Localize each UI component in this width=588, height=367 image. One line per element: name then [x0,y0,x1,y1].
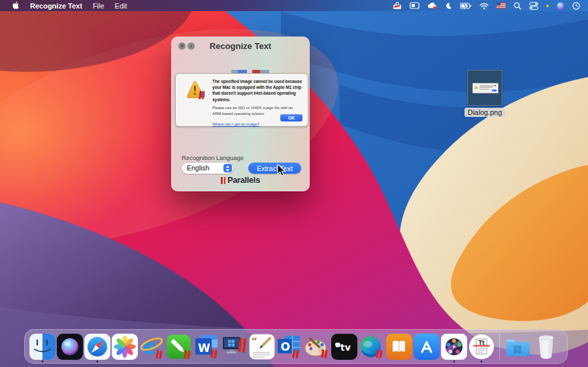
language-select[interactable]: English [182,163,233,174]
extract-text-button[interactable]: Extract Text [248,163,301,174]
dock-movie-capture-icon[interactable] [440,330,468,363]
running-indicator [481,360,483,362]
svg-text:W: W [198,342,210,355]
dock: e W “ O tv Tt [24,329,568,364]
mouse-cursor [277,164,286,179]
siri-icon[interactable] [557,2,564,10]
dock-recognize-text-icon[interactable]: Tt [468,330,495,363]
dock-word-parallels-icon[interactable]: W [193,330,221,363]
svg-text:e: e [142,334,156,359]
running-indicator [42,360,44,362]
apple-logo-icon [12,1,20,10]
alert-title: The specified image cannot be used becau… [212,78,308,103]
dock-windows-folder-icon[interactable] [504,330,531,363]
dock-outlook-parallels-icon[interactable]: O [276,330,303,363]
parallels-toolbox-icon[interactable] [393,2,402,10]
recognition-language-label: Recognition Language [182,154,244,161]
file-label: Dialog.png [465,108,506,117]
svg-text:“: “ [252,336,257,347]
window-title: Recognize Text [171,41,310,51]
image-ok-button: OK [280,114,302,121]
desktop-file-dialog-png[interactable]: Dialog.png [461,70,509,118]
dock-paint-parallels-icon[interactable] [303,330,331,363]
dock-app-store-icon[interactable] [413,330,440,363]
parallels-logo: Parallels [171,176,310,185]
language-selected-value: English [187,163,209,174]
dock-finder-icon[interactable] [29,330,56,363]
menu-item-file[interactable]: File [93,2,105,10]
svg-text:Tt: Tt [479,340,485,345]
apple-menu[interactable] [12,1,20,11]
dock-textedit-icon[interactable]: “ [248,330,276,363]
warning-icon [186,80,208,102]
dock-apple-tv-icon[interactable]: tv [331,330,358,363]
dock-windows-pc-parallels-icon[interactable] [221,330,248,363]
cloud-backup-icon[interactable] [427,2,437,9]
wifi-icon[interactable] [480,3,489,9]
dock-notes-green-parallels-icon[interactable] [166,330,193,363]
dock-siri-icon[interactable] [56,330,84,363]
running-indicator [453,360,455,362]
menu-bar: Recognize Text File Edit [0,0,588,11]
svg-text:O: O [281,340,290,353]
select-stepper-icon [223,164,232,172]
control-center-icon[interactable] [529,2,538,10]
dock-edge-parallels-icon[interactable] [358,330,385,363]
dock-trash-icon[interactable] [531,330,561,363]
dock-books-icon[interactable] [385,330,413,363]
svg-text:tv: tv [340,342,351,352]
dock-photos-icon[interactable] [111,330,139,363]
screen-recording-icon[interactable] [410,2,419,9]
status-indicator-dot [546,5,549,7]
input-source-us-flag-icon[interactable] [497,3,506,8]
menu-item-edit[interactable]: Edit [115,2,127,10]
running-indicator [97,360,99,362]
recognize-text-window: ✕ ‹ Recognize Text The specifie [171,37,310,191]
dock-safari-icon[interactable] [84,330,111,363]
alert-help-link: Where can I get an image? [212,122,259,126]
window-titlebar[interactable]: ✕ ‹ Recognize Text [171,37,310,54]
clock-icon[interactable] [572,2,580,10]
dock-internet-explorer-parallels-icon[interactable]: e [139,330,166,363]
do-not-disturb-moon-icon[interactable] [445,2,452,9]
spotlight-search-icon[interactable] [514,2,521,10]
parallels-bars-icon [221,177,225,184]
parallels-wordmark: Parallels [227,176,260,185]
active-app-menu[interactable]: Recognize Text [30,2,82,10]
file-thumbnail [467,70,502,106]
image-preview-alert: The specified image cannot be used becau… [175,73,308,127]
dock-separator [499,334,500,360]
battery-charging-icon[interactable] [460,3,472,9]
